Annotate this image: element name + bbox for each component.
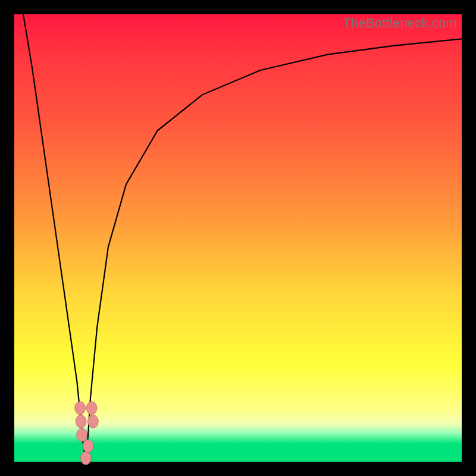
data-point xyxy=(80,452,91,465)
data-point xyxy=(86,402,97,415)
data-point xyxy=(75,402,86,415)
data-point xyxy=(77,428,87,441)
curve-right-branch xyxy=(86,39,462,462)
data-point xyxy=(87,415,98,428)
plot-area: TheBottleneck.com xyxy=(14,14,462,462)
chart-frame: TheBottleneck.com xyxy=(0,0,476,476)
data-points-group xyxy=(75,402,99,465)
data-point xyxy=(76,415,86,428)
chart-svg xyxy=(14,14,462,462)
data-point xyxy=(83,440,93,453)
curve-left-branch xyxy=(23,14,86,462)
